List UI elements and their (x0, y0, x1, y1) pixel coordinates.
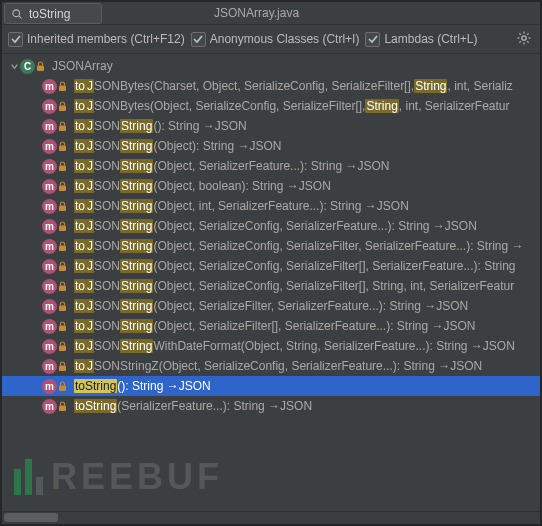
lock-icon (58, 340, 68, 352)
svg-line-7 (519, 33, 520, 34)
method-row[interactable]: mtoJSONString(Object, int, SerializerFea… (2, 196, 540, 216)
svg-rect-23 (59, 306, 66, 312)
method-row[interactable]: mtoJSONString(Object, SerializerFeature.… (2, 156, 540, 176)
member-tree: C JSONArray mtoJSONBytes(Charset, Object… (2, 54, 540, 416)
method-row[interactable]: mtoJSONStringWithDateFormat(Object, Stri… (2, 336, 540, 356)
svg-rect-12 (59, 86, 66, 92)
method-signature: toJSONString(Object, boolean): String →J… (74, 179, 331, 193)
method-row[interactable]: mtoJSONString(Object, boolean): String →… (2, 176, 540, 196)
method-signature: toJSONString(Object, SerializerFeature..… (74, 159, 389, 173)
method-icon: m (42, 199, 57, 214)
lock-icon (58, 240, 68, 252)
svg-rect-28 (59, 406, 66, 412)
lock-icon (58, 100, 68, 112)
svg-rect-11 (37, 66, 44, 72)
method-row[interactable]: mtoJSONString(Object, SerializeFilter, S… (2, 296, 540, 316)
method-row[interactable]: mtoJSONBytes(Object, SerializeConfig, Se… (2, 96, 540, 116)
method-signature: toJSONStringZ(Object, SerializeConfig, S… (74, 359, 482, 373)
class-name: JSONArray (52, 59, 113, 73)
svg-rect-15 (59, 146, 66, 152)
method-row[interactable]: mtoString(SerializerFeature...): String … (2, 396, 540, 416)
method-row[interactable]: mtoJSONStringZ(Object, SerializeConfig, … (2, 356, 540, 376)
method-icon: m (42, 179, 57, 194)
class-icon: C (20, 59, 35, 74)
method-icon: m (42, 239, 57, 254)
search-icon (5, 8, 27, 20)
lock-icon (58, 220, 68, 232)
checkmark-icon (191, 32, 206, 47)
method-signature: toJSONStringWithDateFormat(Object, Strin… (74, 339, 515, 353)
method-icon: m (42, 99, 57, 114)
method-signature: toJSONString(Object, SerializeConfig, Se… (74, 239, 524, 253)
method-signature: toJSONString(Object, SerializeConfig, Se… (74, 259, 516, 273)
method-row[interactable]: mtoJSONString(Object, SerializeConfig, S… (2, 236, 540, 256)
method-row[interactable]: mtoJSONString(Object, SerializeConfig, S… (2, 216, 540, 236)
lock-icon (58, 140, 68, 152)
svg-rect-27 (59, 386, 66, 392)
checkmark-icon (8, 32, 23, 47)
lock-icon (58, 80, 68, 92)
svg-line-10 (519, 41, 520, 42)
lock-icon (58, 200, 68, 212)
svg-line-1 (19, 15, 22, 18)
method-icon: m (42, 299, 57, 314)
svg-rect-13 (59, 106, 66, 112)
method-icon: m (42, 399, 57, 414)
method-icon: m (42, 159, 57, 174)
svg-rect-17 (59, 186, 66, 192)
anon-label: Anonymous Classes (Ctrl+I) (210, 32, 360, 46)
search-input[interactable] (27, 4, 101, 24)
lock-icon (58, 280, 68, 292)
inherited-label: Inherited members (Ctrl+F12) (27, 32, 185, 46)
svg-line-9 (527, 33, 528, 34)
method-signature: toJSONBytes(Object, SerializeConfig, Ser… (74, 99, 510, 113)
file-title: JSONArray.java (104, 2, 540, 24)
method-signature: toJSONBytes(Charset, Object, SerializeCo… (74, 79, 513, 93)
svg-rect-14 (59, 126, 66, 132)
checkmark-icon (365, 32, 380, 47)
method-row[interactable]: mtoString(): String →JSON (2, 376, 540, 396)
anon-checkbox[interactable]: Anonymous Classes (Ctrl+I) (191, 32, 360, 47)
lock-icon (58, 160, 68, 172)
svg-rect-24 (59, 326, 66, 332)
method-signature: toJSONString(Object, SerializeFilter[], … (74, 319, 475, 333)
method-icon: m (42, 119, 57, 134)
method-row[interactable]: mtoJSONBytes(Charset, Object, SerializeC… (2, 76, 540, 96)
method-icon: m (42, 219, 57, 234)
method-signature: toString(SerializerFeature...): String →… (74, 399, 312, 413)
method-icon: m (42, 259, 57, 274)
method-row[interactable]: mtoJSONString(Object, SerializeConfig, S… (2, 256, 540, 276)
lock-icon (58, 380, 68, 392)
watermark: REEBUF (14, 456, 223, 498)
method-row[interactable]: mtoJSONString(Object, SerializeConfig, S… (2, 276, 540, 296)
watermark-bars-icon (14, 459, 43, 495)
lock-icon (58, 400, 68, 412)
search-field[interactable] (4, 3, 102, 24)
method-row[interactable]: mtoJSONString(): String →JSON (2, 116, 540, 136)
lambdas-checkbox[interactable]: Lambdas (Ctrl+L) (365, 32, 477, 47)
svg-line-8 (527, 41, 528, 42)
inherited-checkbox[interactable]: Inherited members (Ctrl+F12) (8, 32, 185, 47)
method-icon: m (42, 339, 57, 354)
method-row[interactable]: mtoJSONString(Object, SerializeFilter[],… (2, 316, 540, 336)
gear-icon[interactable] (514, 28, 534, 51)
options-bar: Inherited members (Ctrl+F12) Anonymous C… (2, 24, 540, 54)
lambdas-label: Lambdas (Ctrl+L) (384, 32, 477, 46)
method-row[interactable]: mtoJSONString(Object): String →JSON (2, 136, 540, 156)
chevron-down-icon[interactable] (8, 62, 20, 71)
class-row[interactable]: C JSONArray (2, 56, 540, 76)
scrollbar-thumb[interactable] (4, 513, 58, 522)
method-signature: toJSONString(Object, SerializeFilter, Se… (74, 299, 468, 313)
svg-rect-21 (59, 266, 66, 272)
method-signature: toJSONString(Object, int, SerializerFeat… (74, 199, 409, 213)
method-signature: toString(): String →JSON (74, 379, 211, 393)
method-icon: m (42, 319, 57, 334)
method-icon: m (42, 139, 57, 154)
svg-rect-25 (59, 346, 66, 352)
horizontal-scrollbar[interactable] (2, 511, 540, 524)
svg-point-0 (13, 9, 20, 16)
lock-icon (58, 360, 68, 372)
method-signature: toJSONString(): String →JSON (74, 119, 247, 133)
svg-rect-16 (59, 166, 66, 172)
method-icon: m (42, 279, 57, 294)
